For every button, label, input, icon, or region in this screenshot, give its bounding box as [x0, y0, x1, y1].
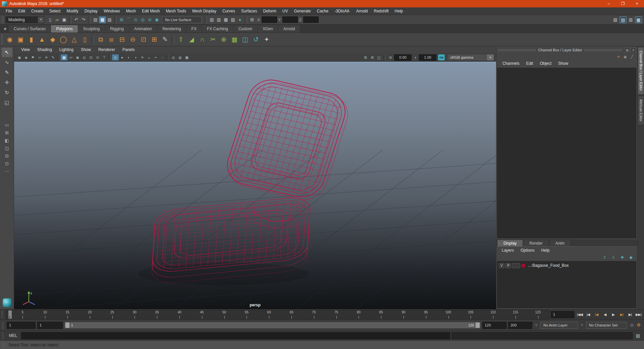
channel-menu-channels[interactable]: Channels: [499, 61, 523, 66]
menu-display[interactable]: Display: [82, 7, 101, 15]
playback-start-input[interactable]: [37, 322, 63, 329]
poly-torus-icon[interactable]: ◯: [58, 34, 69, 45]
extract-icon[interactable]: ⊟: [117, 34, 127, 45]
live-surface-field[interactable]: No Live Surface: [162, 16, 202, 23]
range-start-handle[interactable]: [65, 322, 69, 328]
shelf-tab-curves-surfaces[interactable]: Curves / Surfaces: [9, 25, 51, 33]
persp-outliner-layout-icon[interactable]: ◧: [2, 137, 12, 144]
lasso-tool-icon[interactable]: ∿: [2, 58, 12, 67]
shelf-tab-fx-caching[interactable]: FX Caching: [202, 25, 233, 33]
shelf-tab-custom[interactable]: Custom: [233, 25, 258, 33]
grid-toggle-icon[interactable]: ▦: [61, 54, 67, 60]
exposure-input[interactable]: [394, 54, 412, 61]
contrast-icon[interactable]: ◑: [412, 54, 419, 60]
layer-tab-render[interactable]: Render: [523, 240, 549, 246]
menu-cache[interactable]: Cache: [314, 7, 331, 15]
shelf-tab-xgen[interactable]: XGen: [258, 25, 278, 33]
frame-tick-85[interactable]: 85: [370, 310, 392, 319]
frame-tick-75[interactable]: 75: [325, 310, 347, 319]
drag-handle[interactable]: [2, 321, 4, 329]
make-live-icon[interactable]: ◉: [153, 16, 160, 23]
poly-cylinder-icon[interactable]: ▮: [26, 34, 37, 45]
menu-help[interactable]: Help: [392, 7, 406, 15]
layer-menu-layers[interactable]: Layers: [498, 248, 517, 253]
wireframe-on-shaded-icon[interactable]: ◐: [125, 54, 132, 60]
color-management-toggle[interactable]: ON: [438, 54, 445, 60]
create-empty-layer-icon[interactable]: ✚: [619, 254, 625, 260]
smooth-icon[interactable]: ⊡: [138, 34, 149, 45]
lock-camera-icon[interactable]: ◈: [23, 54, 30, 60]
frame-tick-45[interactable]: 45: [191, 310, 213, 319]
shelf-tab-arnold[interactable]: Arnold: [278, 25, 301, 33]
grease-pencil-icon[interactable]: ✎: [50, 54, 56, 60]
shelf-tab-animation[interactable]: Animation: [129, 25, 157, 33]
current-frame-input[interactable]: [551, 311, 574, 318]
menu-uv[interactable]: UV: [279, 7, 291, 15]
step-forward-key-icon[interactable]: ▶|: [618, 311, 626, 318]
menu-edit-mesh[interactable]: Edit Mesh: [139, 7, 163, 15]
menuset-dropdown[interactable]: Modeling ▼: [5, 16, 44, 23]
symmetry-icon[interactable]: ↺: [251, 34, 261, 45]
save-scene-icon[interactable]: ▣: [61, 16, 68, 23]
layer-color-swatch[interactable]: [521, 263, 526, 268]
channel-menu-object[interactable]: Object: [536, 61, 555, 66]
sculpt-shelf-icon[interactable]: ✦: [261, 34, 272, 45]
tool-settings-toggle-icon[interactable]: ▦: [635, 16, 642, 23]
step-forward-frame-icon[interactable]: ▶|: [626, 311, 634, 318]
menu-mesh[interactable]: Mesh: [123, 7, 139, 15]
poly-pipe-icon[interactable]: ▯: [79, 34, 90, 45]
command-result-field[interactable]: [451, 332, 633, 339]
image-plane-icon[interactable]: ▱: [36, 54, 43, 60]
launch-render-icon[interactable]: ●: [236, 16, 244, 23]
view-transform-dropdown[interactable]: sRGB gamma ▼: [447, 54, 494, 61]
frame-tick-10[interactable]: 10: [34, 310, 56, 319]
open-scene-icon[interactable]: ▱: [54, 16, 61, 23]
frame-tick-55[interactable]: 55: [235, 310, 258, 319]
mirror-icon[interactable]: ◫: [240, 34, 251, 45]
exposure-icon[interactable]: ⊛: [387, 54, 394, 60]
frame-tick-15[interactable]: 15: [56, 310, 79, 319]
frame-tick-35[interactable]: 35: [146, 310, 168, 319]
menu-create[interactable]: Create: [28, 7, 46, 15]
frame-tick-120[interactable]: 120: [527, 310, 549, 319]
multi-cut-icon[interactable]: ✂: [208, 34, 218, 45]
z-input[interactable]: [303, 16, 319, 23]
close-icon[interactable]: ×: [630, 0, 644, 7]
menu-3dtoall[interactable]: -3DtoAll-: [331, 7, 353, 15]
safe-title-icon[interactable]: ⊤: [101, 54, 108, 60]
drag-handle[interactable]: [1, 311, 3, 318]
render-view-icon[interactable]: ▤: [208, 16, 215, 23]
scale-tool-icon[interactable]: ◱: [2, 98, 12, 107]
smooth-shade-icon[interactable]: ●: [119, 54, 125, 60]
attribute-editor-toggle-icon[interactable]: ▥: [627, 16, 634, 23]
move-layer-down-icon[interactable]: ⇩: [610, 254, 616, 260]
plugin-display-icon[interactable]: ▣: [183, 54, 190, 60]
snap-to-curve-icon[interactable]: ⌒: [125, 16, 132, 23]
speed-control-icon[interactable]: ╱: [629, 54, 635, 59]
layer-row[interactable]: V P ...:Bagasse_Food_Box: [497, 262, 636, 269]
2d-pan-zoom-icon[interactable]: ✛: [43, 54, 50, 60]
quick-render-icon[interactable]: ▥: [215, 16, 222, 23]
play-forward-icon[interactable]: ▶: [609, 311, 618, 318]
panel-menu-shading[interactable]: Shading: [34, 47, 56, 52]
frame-tick-105[interactable]: 105: [460, 310, 482, 319]
select-by-component-icon[interactable]: ▨: [106, 16, 113, 23]
xray-icon[interactable]: ◍: [177, 54, 183, 60]
camera-bookmark-icon[interactable]: ⚑: [30, 54, 36, 60]
menu-mesh-tools[interactable]: Mesh Tools: [163, 7, 189, 15]
side-tab-channel-box-layer-editor[interactable]: Channel Box / Layer Editor: [638, 47, 644, 95]
menu-mesh-display[interactable]: Mesh Display: [189, 7, 219, 15]
frame-tick-115[interactable]: 115: [504, 310, 527, 319]
panel-menu-show[interactable]: Show: [77, 47, 95, 52]
menu-edit[interactable]: Edit: [15, 7, 28, 15]
separate-icon[interactable]: ⧈: [106, 34, 117, 45]
target-weld-icon[interactable]: ⊕: [218, 34, 229, 45]
screen-space-ao-icon[interactable]: ◓: [152, 54, 159, 60]
drag-handle[interactable]: [584, 49, 623, 51]
menu-generate[interactable]: Generate: [291, 7, 314, 15]
frame-tick-20[interactable]: 20: [78, 310, 101, 319]
wireframe-display-icon[interactable]: ◇: [112, 54, 119, 60]
script-editor-icon[interactable]: ▤: [634, 333, 642, 338]
frame-tick-95[interactable]: 95: [415, 310, 437, 319]
more-layouts-icon[interactable]: ⋯: [2, 168, 12, 175]
